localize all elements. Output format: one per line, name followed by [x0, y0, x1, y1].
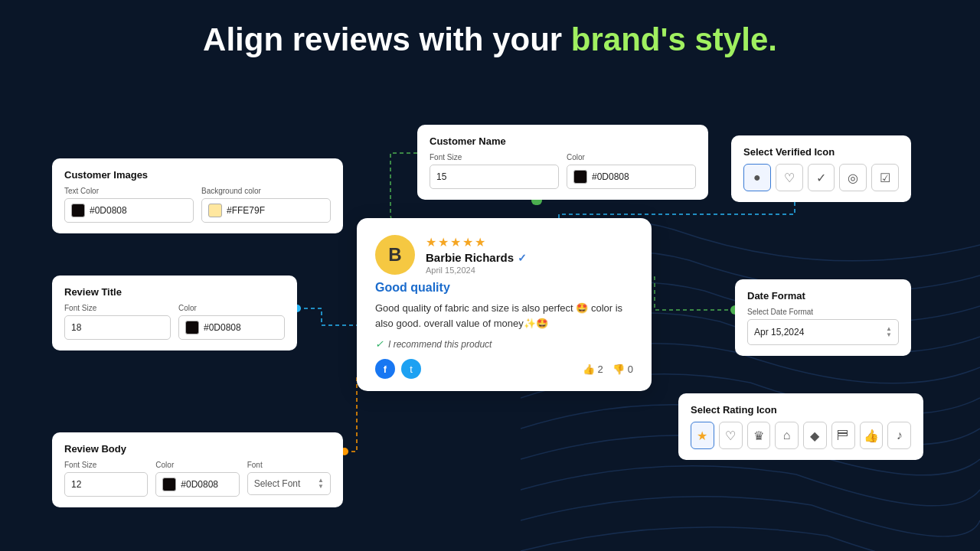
- customer-images-panel: Customer Images Text Color #0D0808 Backg…: [52, 158, 343, 233]
- color-label: Color: [178, 304, 285, 312]
- body-font-size-input[interactable]: 12: [64, 472, 148, 497]
- rating-icon-diamond[interactable]: ◆: [803, 422, 827, 449]
- social-icons: f t: [375, 359, 421, 379]
- verified-icon-circle[interactable]: ●: [743, 164, 771, 191]
- font-size-label: Font Size: [64, 304, 171, 312]
- bg-color-input[interactable]: #FFE79F: [201, 198, 331, 223]
- reviewer-name-text: Barbie Richards: [426, 251, 514, 264]
- date-format-value: Apr 15,2024: [754, 327, 804, 337]
- review-body-text: Good quality of fabric and size is also …: [375, 301, 633, 331]
- review-footer: f t 👍 2 👎 0: [375, 359, 633, 379]
- vote-icons: 👍 2 👎 0: [583, 364, 633, 375]
- recommend-text: ✓ I recommend this product: [375, 338, 633, 350]
- reviewer-name-row: Barbie Richards ✓: [426, 251, 633, 264]
- rating-icon-heart[interactable]: ♡: [719, 422, 743, 449]
- verified-icon-panel: Select Verified Icon ● ♡ ✓ ◎ ☑: [731, 135, 911, 202]
- heading-brand: brand's style.: [571, 21, 777, 57]
- bg-color-value: #FFE79F: [227, 205, 265, 216]
- customer-name-heading: Customer Name: [430, 135, 696, 147]
- facebook-icon[interactable]: f: [375, 359, 395, 379]
- review-title-heading: Review Title: [64, 286, 285, 298]
- rating-icon-crown[interactable]: ♛: [747, 422, 771, 449]
- body-font-size-value: 12: [71, 479, 81, 490]
- thumbs-up-icon: 👍: [583, 364, 595, 375]
- reviewer-avatar: B: [375, 235, 415, 275]
- name-font-size-input[interactable]: 15: [430, 165, 559, 189]
- review-body-panel: Review Body Font Size 12 Color #0D0808 F…: [52, 432, 343, 507]
- heading-text: Align reviews with your: [203, 21, 571, 57]
- like-count: 2: [598, 364, 603, 375]
- body-color-label: Color: [155, 461, 239, 469]
- customer-name-panel: Customer Name Font Size 15 Color #0D0808: [417, 125, 708, 200]
- thumbs-down-icon: 👎: [612, 364, 625, 375]
- recommend-label: I recommend this product: [388, 339, 492, 350]
- rating-icon-heading: Select Rating Icon: [691, 404, 911, 416]
- verified-icon-checkmark[interactable]: ✓: [808, 164, 835, 191]
- rating-icon-star[interactable]: ★: [691, 422, 714, 449]
- review-title-panel: Review Title Font Size 18 Color #0D0808: [52, 276, 297, 350]
- star-4: ★: [462, 235, 473, 249]
- main-heading: Align reviews with your brand's style.: [0, 21, 980, 58]
- rating-icon-panel: Select Rating Icon ★ ♡ ♛ ⌂ ◆ ⛿ 👍 ♪: [678, 393, 923, 460]
- twitter-icon[interactable]: t: [401, 359, 421, 379]
- name-font-size-label: Font Size: [430, 153, 559, 161]
- date-format-select[interactable]: Apr 15,2024 ▲▼: [747, 319, 899, 345]
- body-color-swatch: [162, 478, 176, 491]
- name-color-swatch: [573, 170, 587, 184]
- review-header: B ★ ★ ★ ★ ★ Barbie Richards ✓ April 15,2…: [375, 235, 633, 275]
- name-font-size-value: 15: [436, 171, 446, 182]
- font-select[interactable]: Select Font ▲▼: [247, 472, 331, 495]
- star-2: ★: [438, 235, 449, 249]
- verified-icon-target[interactable]: ◎: [839, 164, 867, 191]
- date-format-heading: Date Format: [747, 290, 899, 302]
- star-3: ★: [450, 235, 461, 249]
- text-color-input[interactable]: #0D0808: [64, 198, 194, 223]
- rating-icon-home[interactable]: ⌂: [775, 422, 799, 449]
- verified-icon-heading: Select Verified Icon: [743, 146, 899, 158]
- customer-images-title: Customer Images: [64, 169, 331, 181]
- body-color-value: #0D0808: [181, 479, 218, 490]
- date-format-label: Select Date Format: [747, 308, 899, 316]
- date-format-panel: Date Format Select Date Format Apr 15,20…: [735, 279, 911, 356]
- font-size-input[interactable]: 18: [64, 315, 171, 340]
- title-color-swatch: [185, 321, 199, 334]
- star-rating: ★ ★ ★ ★ ★: [426, 235, 633, 249]
- bg-color-swatch: [208, 204, 222, 217]
- select-arrows-icon: ▲▼: [318, 478, 324, 490]
- verified-icon-square-check[interactable]: ☑: [871, 164, 899, 191]
- rating-icon-bag[interactable]: ⛿: [831, 422, 855, 449]
- verified-icon-heart[interactable]: ♡: [776, 164, 803, 191]
- rating-icon-thumb[interactable]: 👍: [860, 422, 884, 449]
- color-input[interactable]: #0D0808: [178, 315, 285, 340]
- like-vote[interactable]: 👍 2: [583, 364, 603, 375]
- review-title-text: Good quality: [375, 281, 633, 295]
- body-font-size-label: Font Size: [64, 461, 148, 469]
- verified-badge-icon: ✓: [518, 252, 527, 264]
- review-body-heading: Review Body: [64, 443, 331, 455]
- body-font-label: Font: [247, 461, 331, 469]
- reviewer-info: ★ ★ ★ ★ ★ Barbie Richards ✓ April 15,202…: [426, 235, 633, 275]
- name-color-label: Color: [567, 153, 696, 161]
- review-card: B ★ ★ ★ ★ ★ Barbie Richards ✓ April 15,2…: [357, 218, 652, 391]
- body-color-input[interactable]: #0D0808: [155, 472, 239, 497]
- star-5: ★: [475, 235, 485, 249]
- star-1: ★: [426, 235, 436, 249]
- text-color-label: Text Color: [64, 187, 194, 195]
- dislike-vote[interactable]: 👎 0: [612, 364, 633, 375]
- rating-icon-options: ★ ♡ ♛ ⌂ ◆ ⛿ 👍 ♪: [691, 422, 911, 449]
- title-color-value: #0D0808: [204, 322, 241, 333]
- font-select-value: Select Font: [254, 478, 301, 489]
- header: Align reviews with your brand's style.: [0, 0, 980, 73]
- review-date: April 15,2024: [426, 266, 633, 275]
- check-icon: ✓: [375, 338, 384, 350]
- text-color-swatch: [71, 204, 85, 217]
- name-color-value: #0D0808: [592, 171, 629, 182]
- bg-color-label: Background color: [201, 187, 331, 195]
- text-color-value: #0D0808: [90, 205, 127, 216]
- dislike-count: 0: [628, 364, 633, 375]
- name-color-input[interactable]: #0D0808: [567, 165, 696, 189]
- verified-icon-options: ● ♡ ✓ ◎ ☑: [743, 164, 899, 191]
- font-size-value: 18: [71, 322, 81, 333]
- rating-icon-music[interactable]: ♪: [887, 422, 911, 449]
- date-format-arrows-icon: ▲▼: [886, 326, 892, 338]
